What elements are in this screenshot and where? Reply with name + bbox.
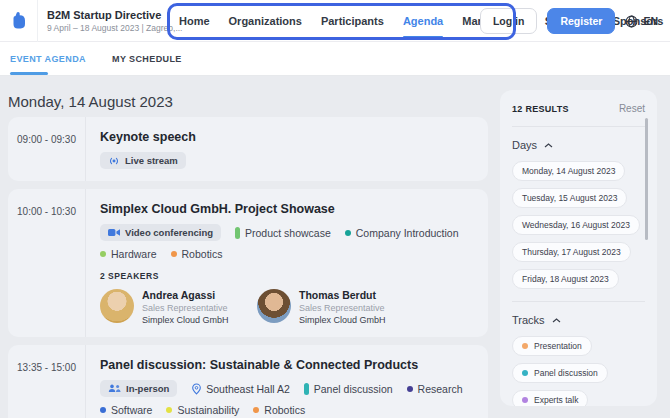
people-icon <box>108 384 121 393</box>
day-filter-monday[interactable]: Monday, 14 August 2023 <box>512 161 625 181</box>
tag-label: Software <box>111 404 152 416</box>
days-section-header[interactable]: Days <box>512 139 645 151</box>
session-time: 09:00 - 09:30 <box>8 117 86 181</box>
tag-marker <box>100 251 106 257</box>
day-filter-friday[interactable]: Friday, 18 August 2023 <box>512 269 619 289</box>
track-label: Presentation <box>534 341 582 351</box>
format-badge-label: Video conferencing <box>125 227 213 238</box>
speaker-role: Sales Representative <box>299 303 386 313</box>
speaker-info: Thomas Berdut Sales Representative Simpl… <box>299 289 386 325</box>
globe-icon <box>625 15 638 28</box>
tab-bar: EVENT AGENDA MY SCHEDULE <box>0 42 670 76</box>
register-button[interactable]: Register <box>547 8 615 34</box>
track-dot <box>522 397 528 403</box>
tag-marker <box>235 227 240 239</box>
session-meta: Live stream <box>100 152 474 169</box>
tag-panel-discussion: Panel discussion <box>304 383 393 395</box>
results-count: 12 RESULTS <box>512 104 569 114</box>
tag-marker <box>166 407 172 413</box>
tag-label: Research <box>418 383 463 395</box>
day-filter-row: Tuesday, 15 August 2023 <box>512 187 645 208</box>
live-stream-icon <box>108 156 120 166</box>
day-filter-row: Monday, 14 August 2023 <box>512 160 645 181</box>
session-card-panel[interactable]: 13:35 - 15:00 Panel discussion: Sustaina… <box>8 345 488 418</box>
session-body: Simplex Cloud GmbH. Project Showase Vide… <box>86 189 488 337</box>
avatar <box>257 289 291 323</box>
divider <box>512 126 645 127</box>
nav-item-home[interactable]: Home <box>179 0 210 42</box>
filters-header: 12 RESULTS Reset <box>512 103 645 114</box>
tag-label: Sustainability <box>177 404 239 416</box>
filters-scrollbar[interactable] <box>645 118 648 240</box>
day-filter-wednesday[interactable]: Wednesday, 16 August 2023 <box>512 215 640 235</box>
speaker-thomas-berdut[interactable]: Thomas Berdut Sales Representative Simpl… <box>257 289 414 325</box>
speaker-info: Andrea Agassi Sales Representative Simpl… <box>142 289 229 325</box>
nav-item-organizations[interactable]: Organizations <box>229 0 302 42</box>
tag-robotics: Robotics <box>171 248 223 260</box>
track-filter-row: Presentation <box>512 335 645 356</box>
tag-hardware: Hardware <box>100 248 157 260</box>
top-bar: B2M Startup Directive 9 April – 18 Augus… <box>0 0 670 42</box>
session-card-keynote[interactable]: 09:00 - 09:30 Keynote speech Live stream <box>8 117 488 181</box>
tag-software: Software <box>100 404 152 416</box>
day-filter-thursday[interactable]: Thursday, 17 August 2023 <box>512 242 631 262</box>
track-filter-experts-talk[interactable]: Experts talk <box>512 390 588 406</box>
tag-label: Hardware <box>111 248 157 260</box>
track-label: Experts talk <box>534 395 578 405</box>
speaker-name: Andrea Agassi <box>142 289 229 301</box>
speaker-andrea-agassi[interactable]: Andrea Agassi Sales Representative Simpl… <box>100 289 257 325</box>
logo-icon <box>9 11 28 31</box>
logo[interactable] <box>0 0 38 42</box>
language-selector[interactable]: EN <box>625 15 658 28</box>
tag-sustainability: Sustainability <box>166 404 239 416</box>
session-time: 10:00 - 10:30 <box>8 189 86 337</box>
session-title: Panel discussion: Sustainable & Connecte… <box>100 358 474 372</box>
speakers-count-label: 2 SPEAKERS <box>100 271 474 281</box>
session-title: Simplex Cloud GmbH. Project Showase <box>100 202 474 216</box>
track-dot <box>522 343 528 349</box>
tag-label: Panel discussion <box>314 383 393 395</box>
day-filter-row: Friday, 18 August 2023 <box>512 268 645 289</box>
tag-product-showcase: Product showcase <box>235 227 331 239</box>
day-filter-row: Thursday, 17 August 2023 <box>512 241 645 262</box>
nav-item-agenda[interactable]: Agenda <box>403 0 443 42</box>
tag-robotics: Robotics <box>253 404 305 416</box>
tag-label: Robotics <box>182 248 223 260</box>
format-badge-label: In-person <box>126 383 169 394</box>
location-pin-icon <box>191 383 202 395</box>
login-button[interactable]: Log in <box>480 8 538 34</box>
tab-event-agenda[interactable]: EVENT AGENDA <box>10 54 86 64</box>
day-filter-tuesday[interactable]: Tuesday, 15 August 2023 <box>512 188 627 208</box>
session-time: 13:35 - 15:00 <box>8 345 86 418</box>
track-filter-presentation[interactable]: Presentation <box>512 336 592 356</box>
track-filter-panel-discussion[interactable]: Panel discussion <box>512 363 608 383</box>
chevron-up-icon <box>544 143 553 148</box>
tag-marker <box>253 407 259 413</box>
tag-label: Product showcase <box>245 227 331 239</box>
day-filter-row: Wednesday, 16 August 2023 <box>512 214 645 235</box>
session-title: Keynote speech <box>100 130 474 144</box>
tag-marker <box>345 230 351 236</box>
speaker-company: Simplex Cloud GmbH <box>142 315 229 325</box>
session-meta: In-person Southeast Hall A2 Panel discus… <box>100 380 474 416</box>
video-camera-icon <box>108 228 120 237</box>
language-label: EN <box>643 15 658 27</box>
format-badge: In-person <box>100 380 177 397</box>
track-dot <box>522 370 528 376</box>
chevron-up-icon <box>552 318 561 323</box>
session-card-showcase[interactable]: 10:00 - 10:30 Simplex Cloud GmbH. Projec… <box>8 189 488 337</box>
days-title: Days <box>512 139 537 151</box>
location-label: Southeast Hall A2 <box>206 383 289 395</box>
tracks-section-header[interactable]: Tracks <box>512 314 645 326</box>
session-list: 09:00 - 09:30 Keynote speech Live stream <box>8 117 488 418</box>
reset-button[interactable]: Reset <box>619 103 645 114</box>
nav-item-participants[interactable]: Participants <box>321 0 384 42</box>
tag-label: Company Introduction <box>356 227 459 239</box>
tag-marker <box>304 383 309 395</box>
filters-panel: 12 RESULTS Reset Days Monday, 14 August … <box>500 90 657 406</box>
speakers-grid: Andrea Agassi Sales Representative Simpl… <box>100 289 474 325</box>
session-body: Panel discussion: Sustainable & Connecte… <box>86 345 488 418</box>
tab-my-schedule[interactable]: MY SCHEDULE <box>112 54 182 64</box>
main-content: Monday, 14 August 2023 09:00 - 09:30 Key… <box>0 76 670 418</box>
divider <box>512 301 645 302</box>
